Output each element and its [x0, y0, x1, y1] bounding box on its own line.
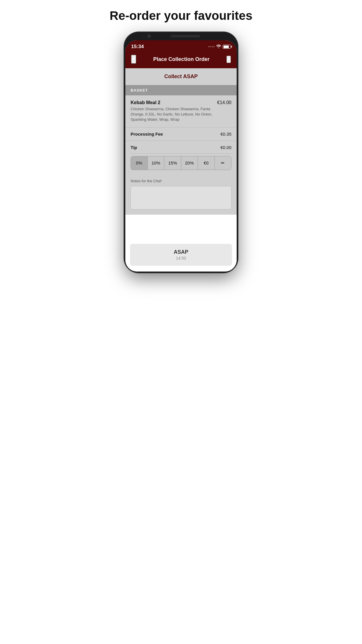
- wifi-icon: [216, 44, 221, 49]
- processing-fee-label: Processing Fee: [131, 132, 163, 136]
- order-item: Kebab Meal 2 Chicken Shawarma, Chicken S…: [125, 95, 237, 127]
- asap-button-container: ASAP 14:50: [125, 244, 237, 272]
- nav-bar: < Place Collection Order ≡: [125, 52, 237, 68]
- notes-label: Notes for the Chef: [131, 179, 231, 183]
- tip-amount: €0.00: [220, 145, 231, 150]
- tip-label: Tip: [131, 145, 137, 150]
- asap-time: 14:50: [135, 256, 227, 260]
- asap-label: ASAP: [135, 249, 227, 255]
- tip-0-percent-button[interactable]: 0%: [131, 156, 148, 170]
- item-price: €14.00: [217, 100, 231, 105]
- tip-section: Tip €0.00 0% 10% 15% 20% €0 ✏: [125, 141, 237, 175]
- tip-15-percent-button[interactable]: 15%: [164, 156, 181, 170]
- tip-10-percent-button[interactable]: 10%: [148, 156, 165, 170]
- phone-frame: 15:34 < Place: [124, 32, 238, 273]
- tip-edit-button[interactable]: ✏: [215, 156, 231, 170]
- item-description: Chicken Shawarma, Chicken Shawarma, Fant…: [131, 106, 214, 123]
- notes-section: Notes for the Chef: [125, 175, 237, 215]
- bottom-section: [125, 215, 237, 244]
- front-camera: [147, 34, 151, 38]
- basket-header: BASKET: [125, 85, 237, 95]
- item-details: Kebab Meal 2 Chicken Shawarma, Chicken S…: [131, 100, 217, 123]
- menu-button[interactable]: ≡: [226, 56, 231, 63]
- nav-title: Place Collection Order: [153, 56, 210, 62]
- signal-indicator: [208, 46, 215, 47]
- page-title: Re-order your favourites: [104, 9, 258, 23]
- status-bar: 15:34: [125, 40, 237, 52]
- tip-custom-amount-button[interactable]: €0: [198, 156, 215, 170]
- status-time: 15:34: [131, 44, 144, 50]
- phone-screen: 15:34 < Place: [125, 40, 237, 272]
- processing-fee-amount: €0.35: [220, 132, 231, 136]
- scrollable-content: Collect ASAP BASKET Kebab Meal 2 Chicken…: [125, 68, 237, 272]
- tip-row: Tip €0.00: [131, 141, 231, 154]
- collect-asap-button[interactable]: Collect ASAP: [125, 68, 237, 85]
- status-icons: [208, 44, 231, 49]
- back-button[interactable]: <: [131, 55, 136, 64]
- processing-fee-row: Processing Fee €0.35: [125, 127, 237, 141]
- notes-input[interactable]: [131, 186, 231, 209]
- item-name: Kebab Meal 2: [131, 100, 214, 105]
- tip-buttons: 0% 10% 15% 20% €0 ✏: [131, 156, 231, 170]
- phone-top-bar: [124, 32, 238, 40]
- earpiece-speaker: [171, 35, 200, 37]
- tip-20-percent-button[interactable]: 20%: [181, 156, 198, 170]
- asap-submit-button[interactable]: ASAP 14:50: [130, 244, 232, 266]
- battery-icon: [223, 45, 231, 49]
